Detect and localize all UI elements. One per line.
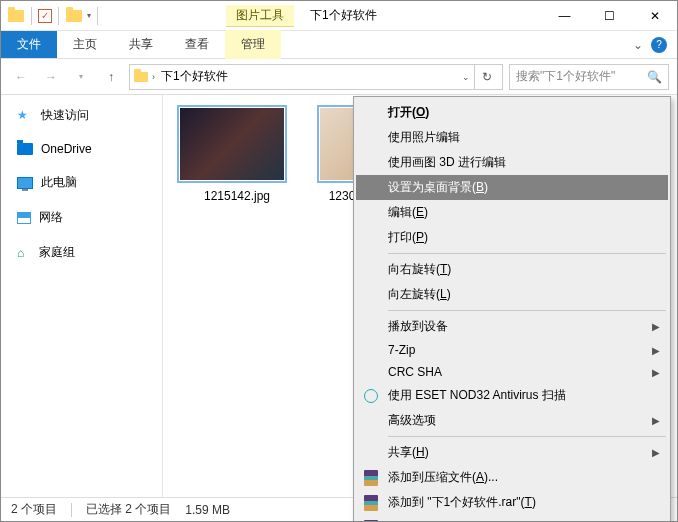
menu-item-label: CRC SHA [388,365,442,379]
menu-item[interactable]: 播放到设备▶ [356,314,668,339]
back-button[interactable]: ← [9,65,33,89]
menu-item[interactable]: 添加到 "下1个好软件.rar"(T) [356,490,668,515]
menu-item-label: 打印(P) [388,229,428,246]
menu-item[interactable]: 打印(P) [356,225,668,250]
sidebar-item-network[interactable]: 网络 [1,205,162,230]
status-size: 1.59 MB [185,503,230,517]
menu-separator [388,253,666,254]
minimize-button[interactable]: — [542,1,587,30]
status-item-count: 2 个项目 [11,501,57,518]
chevron-down-icon[interactable]: ▾ [87,11,91,20]
file-tab[interactable]: 文件 [1,31,57,58]
menu-item[interactable]: 打开(O) [356,100,668,125]
thumbnail-image [177,105,287,183]
tab-manage[interactable]: 管理 [225,30,281,59]
menu-item[interactable]: 压缩并 E-mail... [356,515,668,522]
chevron-right-icon: ▶ [652,321,660,332]
folder-icon [134,72,148,82]
search-placeholder: 搜索"下1个好软件" [516,68,615,85]
sidebar-item-this-pc[interactable]: 此电脑 [1,170,162,195]
window-title: 下1个好软件 [300,7,542,24]
sidebar-item-homegroup[interactable]: ⌂ 家庭组 [1,240,162,265]
search-input[interactable]: 搜索"下1个好软件" 🔍 [509,64,669,90]
pc-icon [17,177,33,189]
menu-item[interactable]: 使用画图 3D 进行编辑 [356,150,668,175]
menu-separator [388,436,666,437]
up-button[interactable]: ↑ [99,65,123,89]
address-bar[interactable]: › 下1个好软件 ⌄ ↻ [129,64,503,90]
menu-item[interactable]: 添加到压缩文件(A)... [356,465,668,490]
titlebar: ✓ ▾ 图片工具 下1个好软件 — ☐ ✕ [1,1,677,31]
folder-icon[interactable] [65,7,83,25]
refresh-button[interactable]: ↻ [474,65,498,89]
menu-item[interactable]: 向右旋转(T) [356,257,668,282]
onedrive-icon [17,143,33,155]
chevron-right-icon: ▶ [652,345,660,356]
menu-item-label: 设置为桌面背景(B) [388,179,488,196]
maximize-button[interactable]: ☐ [587,1,632,30]
expand-ribbon-icon[interactable]: ⌄ [633,38,643,52]
menu-item[interactable]: 设置为桌面背景(B) [356,175,668,200]
rar-icon [362,494,380,512]
file-item[interactable]: 1215142.jpg [177,105,297,203]
menu-item-label: 使用 ESET NOD32 Antivirus 扫描 [388,387,566,404]
chevron-right-icon: ▶ [652,367,660,378]
menu-item[interactable]: CRC SHA▶ [356,361,668,383]
menu-separator [388,310,666,311]
menu-item-label: 共享(H) [388,444,429,461]
network-icon [17,212,31,224]
navigation-bar: ← → ▾ ↑ › 下1个好软件 ⌄ ↻ 搜索"下1个好软件" 🔍 [1,59,677,95]
window-controls: — ☐ ✕ [542,1,677,30]
rar-icon [362,469,380,487]
search-icon[interactable]: 🔍 [647,70,662,84]
menu-item-label: 添加到 "下1个好软件.rar"(T) [388,494,536,511]
quick-access-toolbar: ✓ ▾ [1,7,106,25]
star-icon: ★ [17,108,33,124]
menu-item-label: 向左旋转(L) [388,286,451,303]
sidebar-item-label: 此电脑 [41,174,77,191]
menu-item-label: 打开(O) [388,104,429,121]
tab-home[interactable]: 主页 [57,30,113,59]
chevron-right-icon: ▶ [652,415,660,426]
menu-item-label: 编辑(E) [388,204,428,221]
context-menu: 打开(O)使用照片编辑使用画图 3D 进行编辑设置为桌面背景(B)编辑(E)打印… [353,96,671,522]
menu-item-label: 使用照片编辑 [388,129,460,146]
menu-item[interactable]: 向左旋转(L) [356,282,668,307]
tab-share[interactable]: 共享 [113,30,169,59]
menu-item[interactable]: 高级选项▶ [356,408,668,433]
sidebar-item-label: OneDrive [41,142,92,156]
file-name: 1215142.jpg [177,189,297,203]
sidebar-item-onedrive[interactable]: OneDrive [1,138,162,160]
menu-item-label: 7-Zip [388,343,415,357]
contextual-tab-header: 图片工具 [226,5,294,27]
home-icon: ⌂ [17,246,31,260]
menu-item-label: 高级选项 [388,412,436,429]
menu-item[interactable]: 7-Zip▶ [356,339,668,361]
close-button[interactable]: ✕ [632,1,677,30]
tab-view[interactable]: 查看 [169,30,225,59]
sidebar: ★ 快速访问 OneDrive 此电脑 网络 ⌂ 家庭组 [1,95,163,497]
folder-icon[interactable] [7,7,25,25]
eset-icon [362,387,380,405]
sidebar-item-quick-access[interactable]: ★ 快速访问 [1,103,162,128]
recent-locations-icon[interactable]: ▾ [69,65,93,89]
status-selection: 已选择 2 个项目 [86,501,171,518]
menu-item[interactable]: 使用照片编辑 [356,125,668,150]
ribbon-tabs: 文件 主页 共享 查看 管理 ⌄ ? [1,31,677,59]
menu-item[interactable]: 使用 ESET NOD32 Antivirus 扫描 [356,383,668,408]
breadcrumb-segment[interactable]: 下1个好软件 [159,68,230,85]
menu-item[interactable]: 编辑(E) [356,200,668,225]
help-icon[interactable]: ? [651,37,667,53]
menu-item-label: 添加到压缩文件(A)... [388,469,498,486]
menu-item-label: 向右旋转(T) [388,261,451,278]
menu-item-label: 播放到设备 [388,318,448,335]
rar-icon [362,519,380,523]
properties-icon[interactable]: ✓ [38,9,52,23]
forward-button[interactable]: → [39,65,63,89]
chevron-down-icon[interactable]: ⌄ [462,72,470,82]
chevron-right-icon: ▶ [652,447,660,458]
sidebar-item-label: 快速访问 [41,107,89,124]
menu-item[interactable]: 共享(H)▶ [356,440,668,465]
menu-item-label: 使用画图 3D 进行编辑 [388,154,506,171]
sidebar-item-label: 网络 [39,209,63,226]
